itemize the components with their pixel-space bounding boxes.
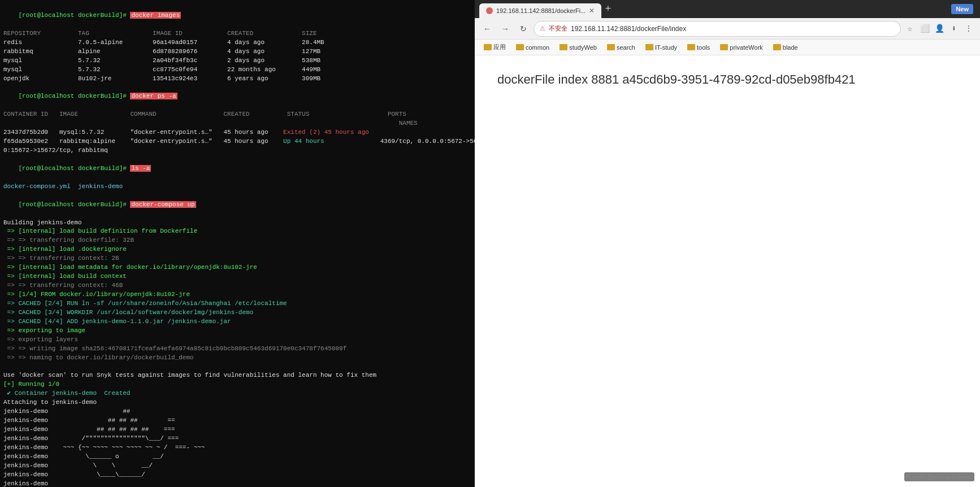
tab-bar: 192.168.11.142:8881/dockerFi... ✕ + New — [475, 0, 980, 18]
cmd-text: docker images — [130, 12, 181, 19]
terminal-line: => => transferring context: 46B — [3, 281, 471, 290]
bookmark-blade[interactable]: blade — [769, 43, 803, 52]
bookmark-label: privateWork — [730, 44, 762, 51]
terminal-line: jenkins-demo /""""""""""""""""\___/ === — [3, 434, 471, 443]
address-url: 192.168.11.142:8881/dockerFile/index — [571, 25, 895, 33]
bookmark-icon — [560, 44, 567, 50]
terminal-line: 0:15672->15672/tcp, rabbitmq — [3, 146, 471, 155]
new-button[interactable]: New — [951, 4, 973, 14]
download-icon[interactable]: ⬇ — [947, 22, 961, 36]
bookmark-label: common — [526, 44, 549, 51]
terminal-line: openjdk 8u102-jre 135413c924e3 6 years a… — [3, 75, 471, 84]
terminal-line: redis 7.0.5-alpine 96a149ad0157 4 days a… — [3, 38, 471, 47]
terminal-line: jenkins-demo ## ## ## == — [3, 416, 471, 425]
terminal-line: jenkins-demo ~~~ {~~ ~~~~ ~~~ ~~~~ ~~ ~ … — [3, 443, 471, 453]
tab-favicon — [486, 7, 493, 14]
terminal-line: => [internal] load build definition from… — [3, 227, 471, 236]
address-bar[interactable]: ⚠ 不安全 192.168.11.142:8881/dockerFile/ind… — [534, 21, 901, 37]
bookmark-label: search — [617, 44, 635, 51]
security-label: 不安全 — [549, 24, 567, 33]
cmd-text: ls -a — [130, 165, 151, 172]
screenshot-icon[interactable]: ⬜ — [918, 22, 931, 36]
terminal-line: mysql 5.7.32 cc8775c0fe94 22 months ago … — [3, 66, 471, 75]
terminal-line: CONTAINER ID IMAGE COMMAND CREATED STATU… — [3, 110, 471, 119]
watermark: CSDN @Koma-forever — [904, 472, 974, 481]
prompt: [root@localhost dockerBuild]# — [18, 201, 130, 208]
tab-close-button[interactable]: ✕ — [589, 7, 595, 15]
terminal-line: docker-compose.yml jenkins-demo — [3, 182, 471, 192]
nav-bar: ← → ↻ ⚠ 不安全 192.168.11.142:8881/dockerFi… — [475, 18, 980, 40]
terminal-line: => => naming to docker.io/library/docker… — [3, 354, 471, 363]
terminal-line: mysql 5.7.32 2a04bf34fb3c 2 days ago 538… — [3, 56, 471, 66]
bookmark-icon — [484, 44, 492, 50]
terminal-line: => => transferring dockerfile: 32B — [3, 236, 471, 245]
new-tab-button[interactable]: + — [601, 3, 614, 15]
terminal-line: => exporting layers — [3, 336, 471, 345]
nav-icons: ☆ ⬜ 👤 ⬇ ⋮ — [903, 22, 975, 36]
prompt: [root@localhost dockerBuild]# — [18, 93, 130, 99]
terminal-line: [root@localhost dockerBuild]# docker ima… — [3, 2, 471, 29]
bookmarks-bar: 应用 common studyWeb search IT-study tools… — [475, 40, 980, 55]
bookmark-privatework[interactable]: privateWork — [716, 43, 767, 52]
terminal-line: Use 'docker scan' to run Snyk tests agai… — [3, 371, 471, 380]
terminal-line: => CACHED [3/4] WORKDIR /usr/local/softw… — [3, 308, 471, 318]
terminal-line: => [1/4] FROM docker.io/library/openjdk:… — [3, 290, 471, 299]
terminal-line: => => transferring context: 2B — [3, 254, 471, 263]
terminal-line: jenkins-demo \ \ __/ — [3, 462, 471, 471]
terminal-line: jenkins-demo ## ## ## ## ## === — [3, 425, 471, 434]
forward-button[interactable]: → — [497, 21, 513, 37]
bookmark-label: IT-study — [655, 44, 677, 51]
bookmark-icon — [516, 44, 524, 50]
bookmark-common[interactable]: common — [511, 43, 554, 52]
bookmark-search[interactable]: search — [602, 43, 640, 52]
cmd-text: docker ps -a — [130, 93, 177, 99]
terminal-line: [root@localhost dockerBuild]# docker-com… — [3, 192, 471, 219]
terminal-line: Building jenkins-demo — [3, 219, 471, 228]
terminal-line: => [internal] load metadata for docker.i… — [3, 263, 471, 272]
prompt: [root@localhost dockerBuild]# — [18, 165, 130, 172]
bookmark-apps[interactable]: 应用 — [479, 42, 510, 53]
terminal-line — [3, 363, 471, 372]
terminal-line: => CACHED [2/4] RUN ln -sf /usr/share/zo… — [3, 299, 471, 308]
account-icon[interactable]: 👤 — [933, 22, 946, 36]
terminal-line: jenkins-demo \____\______/ — [3, 471, 471, 480]
terminal-line: [root@localhost dockerBuild]# ls -a — [3, 155, 471, 182]
bookmark-label: blade — [783, 44, 798, 51]
bookmark-icon — [645, 44, 653, 50]
terminal-line: REPOSITORY TAG IMAGE ID CREATED SIZE — [3, 29, 471, 38]
bookmark-label: 应用 — [493, 43, 506, 51]
bookmark-tools[interactable]: tools — [683, 43, 714, 52]
security-warning: ⚠ — [540, 25, 545, 32]
terminal-line: Attaching to jenkins-demo — [3, 398, 471, 407]
back-button[interactable]: ← — [479, 21, 495, 37]
bookmark-icon — [720, 44, 728, 50]
terminal-line: => [internal] load .dockerignore — [3, 245, 471, 254]
bookmark-icon[interactable]: ☆ — [903, 22, 917, 36]
browser-tab[interactable]: 192.168.11.142:8881/dockerFi... ✕ — [479, 3, 601, 18]
bookmark-icon — [687, 44, 695, 50]
terminal-line: ✔ Container jenkins-demo Created — [3, 389, 471, 398]
browser-panel: 192.168.11.142:8881/dockerFi... ✕ + New … — [475, 0, 980, 487]
bookmark-icon — [607, 44, 615, 50]
terminal-line: [root@localhost dockerBuild]# docker ps … — [3, 83, 471, 110]
terminal-line: f65da59530e2 rabbitmq:alpine "docker-ent… — [3, 137, 471, 146]
terminal-line: jenkins-demo ## — [3, 407, 471, 416]
terminal-line: => [internal] load build context — [3, 272, 471, 281]
terminal-line: [+] Running 1/0 — [3, 380, 471, 389]
terminal-line: NAMES — [3, 119, 471, 128]
menu-icon[interactable]: ⋮ — [962, 22, 975, 36]
bookmark-label: studyWeb — [569, 44, 597, 51]
bookmark-studyweb[interactable]: studyWeb — [555, 43, 601, 52]
reload-button[interactable]: ↻ — [515, 21, 531, 37]
bookmark-itstudy[interactable]: IT-study — [641, 43, 682, 52]
browser-content: dockerFile index 8881 a45cd6b9-3951-4789… — [475, 55, 980, 487]
terminal-line: => => writing image sha256:46708171fceaf… — [3, 345, 471, 354]
terminal-line: => exporting to image — [3, 327, 471, 336]
bookmark-label: tools — [697, 44, 710, 51]
terminal-line: jenkins-demo — [3, 480, 471, 487]
tab-title: 192.168.11.142:8881/dockerFi... — [496, 7, 586, 14]
terminal-line: => CACHED [4/4] ADD jenkins-demo-1.1.0.j… — [3, 318, 471, 327]
page-heading: dockerFile index 8881 a45cd6b9-3951-4789… — [497, 72, 957, 87]
prompt: [root@localhost dockerBuild]# — [18, 12, 130, 19]
terminal-line: rabbitmq alpine 6d8788289676 4 days ago … — [3, 47, 471, 56]
